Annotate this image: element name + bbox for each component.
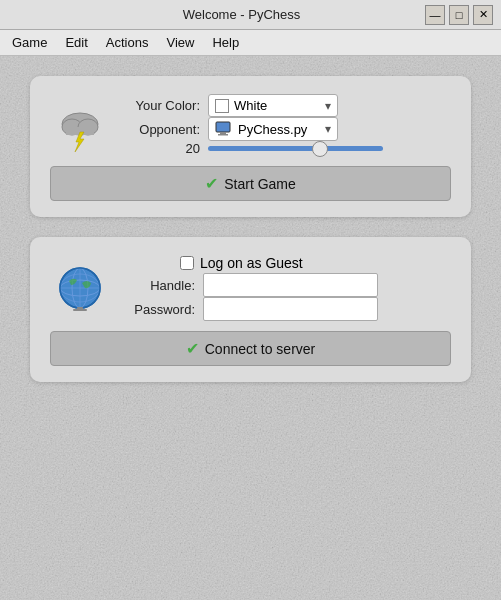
opponent-dropdown-text: PyChess.py (238, 122, 307, 137)
game-setup-panel: Your Color: White ▾ Opponent: (30, 76, 471, 217)
game-form: Your Color: White ▾ Opponent: (120, 94, 451, 156)
monitor-icon (215, 121, 233, 137)
guest-checkbox[interactable] (180, 256, 194, 270)
guest-row: Log on as Guest (180, 255, 451, 271)
storm-icon-container (50, 94, 110, 154)
svg-rect-5 (216, 122, 230, 132)
menu-game[interactable]: Game (4, 32, 55, 53)
connect-server-label: Connect to server (205, 341, 316, 357)
maximize-button[interactable]: □ (449, 5, 469, 25)
color-swatch-white (215, 99, 229, 113)
color-dropdown-text: White (234, 98, 267, 113)
server-login-panel: Log on as Guest Handle: Password: (30, 237, 471, 382)
handle-input[interactable] (203, 273, 378, 297)
color-row: Your Color: White ▾ (120, 94, 451, 117)
svg-rect-6 (220, 132, 226, 134)
menubar: Game Edit Actions View Help (0, 30, 501, 56)
your-color-label: Your Color: (120, 98, 200, 113)
start-game-label: Start Game (224, 176, 296, 192)
difficulty-slider[interactable] (208, 146, 383, 151)
opponent-label: Opponent: (120, 122, 200, 137)
opponent-dropdown-arrow: ▾ (325, 122, 331, 136)
menu-actions[interactable]: Actions (98, 32, 157, 53)
close-button[interactable]: ✕ (473, 5, 493, 25)
globe-icon (55, 263, 105, 313)
application-window: Welcome - PyChess — □ ✕ Game Edit Action… (0, 0, 501, 600)
menu-help[interactable]: Help (204, 32, 247, 53)
password-row: Password: (120, 297, 451, 321)
menu-edit[interactable]: Edit (57, 32, 95, 53)
color-dropdown[interactable]: White ▾ (208, 94, 338, 117)
window-title: Welcome - PyChess (58, 7, 425, 22)
minimize-button[interactable]: — (425, 5, 445, 25)
storm-icon (54, 102, 106, 154)
password-input[interactable] (203, 297, 378, 321)
opponent-dropdown-value: PyChess.py (215, 121, 319, 137)
titlebar: Welcome - PyChess — □ ✕ (0, 0, 501, 30)
password-label: Password: (120, 302, 195, 317)
guest-label: Log on as Guest (200, 255, 303, 271)
opponent-row: Opponent: PyChess.py (120, 117, 451, 141)
start-game-button[interactable]: ✔ Start Game (50, 166, 451, 201)
color-dropdown-arrow: ▾ (325, 99, 331, 113)
main-content: Your Color: White ▾ Opponent: (0, 56, 501, 598)
window-controls: — □ ✕ (425, 5, 493, 25)
handle-row: Handle: (120, 273, 451, 297)
menu-view[interactable]: View (158, 32, 202, 53)
start-checkmark-icon: ✔ (205, 174, 218, 193)
svg-rect-7 (218, 134, 228, 136)
server-form: Log on as Guest Handle: Password: (120, 255, 451, 321)
globe-icon-container (50, 255, 110, 313)
handle-label: Handle: (120, 278, 195, 293)
connect-checkmark-icon: ✔ (186, 339, 199, 358)
svg-rect-16 (73, 309, 87, 311)
connect-server-button[interactable]: ✔ Connect to server (50, 331, 451, 366)
slider-row: 20 (120, 141, 451, 156)
opponent-dropdown[interactable]: PyChess.py ▾ (208, 117, 338, 141)
color-dropdown-value: White (215, 98, 319, 113)
slider-value-label: 20 (120, 141, 200, 156)
